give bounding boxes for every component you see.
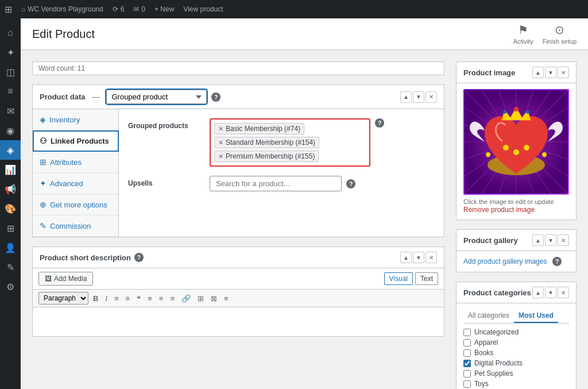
sidebar-icon-pages[interactable]: ≡: [0, 82, 21, 101]
category-digital-products-checkbox[interactable]: [463, 360, 471, 367]
category-pet-supplies-label[interactable]: Pet Supplies: [474, 369, 513, 378]
fullscreen-button[interactable]: ⊠: [208, 293, 219, 304]
activity-button[interactable]: ⚑ Activity: [513, 23, 533, 45]
upsells-search-input[interactable]: [210, 176, 342, 191]
sidebar-icon-dashboard[interactable]: ⌂: [0, 23, 21, 43]
product-data-controls: ▲ ▼ ✕: [400, 91, 437, 103]
add-media-icon: 🖼: [45, 275, 52, 283]
sidebar-icon-plugins[interactable]: ⊞: [0, 218, 21, 238]
category-toys-label[interactable]: Toys: [474, 380, 489, 388]
admin-bar-site-name[interactable]: ⌂ WC Vendors Playground: [21, 5, 103, 13]
product-image-thumbnail[interactable]: [463, 89, 569, 195]
product-type-select[interactable]: Grouped product Simple product Variable …: [106, 90, 207, 104]
unordered-list-button[interactable]: ≡: [123, 293, 133, 304]
tag-basic-membership: ✕ Basic Membership (#74): [214, 123, 304, 134]
tab-attributes[interactable]: ⊞ Attributes: [33, 152, 118, 173]
sidebar-icon-users[interactable]: 👤: [0, 238, 21, 257]
product-image-down[interactable]: ▼: [545, 67, 556, 78]
sidebar-icon-media[interactable]: ◫: [0, 62, 21, 82]
short-description-panel: Product short description ? ▲ ▼ ✕ 🖼 Add …: [32, 247, 444, 337]
tab-advanced[interactable]: ✦ Advanced: [33, 173, 118, 194]
tab-linked-products[interactable]: ⚇ Linked Products: [33, 130, 119, 152]
product-data-label: Product data: [40, 93, 85, 101]
short-desc-collapse-up[interactable]: ▲: [400, 252, 412, 263]
grouped-products-help-icon[interactable]: ?: [375, 118, 384, 128]
italic-button[interactable]: I: [103, 293, 110, 304]
sidebar-icon-marketing[interactable]: 📢: [0, 179, 21, 199]
product-data-collapse-down[interactable]: ▼: [413, 91, 424, 103]
grouped-products-tags[interactable]: ✕ Basic Membership (#74) ✕ Standard Memb…: [210, 118, 370, 167]
paragraph-format-select[interactable]: Paragraph: [38, 292, 88, 305]
cat-tab-most-used[interactable]: Most Used: [514, 309, 558, 323]
category-toys-checkbox[interactable]: [463, 380, 471, 388]
product-data-panel: Product data — Grouped product Simple pr…: [32, 84, 444, 237]
product-data-close[interactable]: ✕: [425, 91, 437, 103]
product-categories-title: Product categories: [463, 288, 531, 297]
sidebar-icon-woo[interactable]: ◉: [0, 121, 21, 140]
add-gallery-images-link[interactable]: Add product gallery images: [463, 257, 547, 265]
admin-bar-comments[interactable]: ✉ 0: [133, 5, 145, 13]
finish-setup-button[interactable]: ⊙ Finish setup: [543, 23, 577, 45]
category-books-checkbox[interactable]: [463, 349, 471, 357]
category-uncategorized-checkbox[interactable]: [463, 329, 471, 336]
add-media-button[interactable]: 🖼 Add Media: [38, 272, 93, 286]
product-gallery-down[interactable]: ▼: [545, 234, 556, 246]
tag-basic-membership-remove[interactable]: ✕: [218, 125, 223, 133]
sidebar-icon-comments[interactable]: ✉: [0, 101, 21, 121]
product-gallery-up[interactable]: ▲: [532, 234, 544, 246]
product-gallery-title: Product gallery: [463, 236, 518, 245]
table-button[interactable]: ⊞: [195, 293, 206, 304]
cat-tab-all[interactable]: All categories: [463, 309, 514, 323]
tab-commission[interactable]: ✎ Commission: [33, 215, 118, 237]
category-apparel-label[interactable]: Apparel: [474, 338, 498, 346]
product-gallery-close[interactable]: ✕: [558, 234, 569, 246]
link-button[interactable]: 🔗: [179, 293, 193, 304]
product-gallery-header: Product gallery ▲ ▼ ✕: [457, 230, 576, 251]
category-apparel-checkbox[interactable]: [463, 339, 471, 346]
product-image-up[interactable]: ▲: [532, 67, 544, 78]
sidebar-icon-settings[interactable]: ⚙: [0, 277, 21, 296]
sidebar-icon-tools[interactable]: ✎: [0, 257, 21, 277]
product-type-help-icon[interactable]: ?: [211, 93, 220, 102]
text-tab-button[interactable]: Text: [415, 272, 438, 285]
gallery-help-icon[interactable]: ?: [552, 257, 562, 266]
category-books-label[interactable]: Books: [474, 349, 493, 357]
product-categories-down[interactable]: ▼: [545, 287, 556, 298]
admin-bar-new[interactable]: + New: [154, 5, 174, 13]
product-data-collapse-up[interactable]: ▲: [400, 91, 412, 103]
sidebar-icon-posts[interactable]: ✦: [0, 43, 21, 62]
short-description-help-icon[interactable]: ?: [134, 253, 144, 262]
product-image-close[interactable]: ✕: [558, 67, 569, 78]
category-uncategorized-label[interactable]: Uncategorized: [474, 328, 519, 336]
sidebar-icon-analytics[interactable]: 📊: [0, 160, 21, 179]
visual-tab-button[interactable]: Visual: [384, 272, 413, 285]
page-header: Edit Product ⚑ Activity ⊙ Finish setup: [21, 18, 588, 50]
remove-product-image-link[interactable]: Remove product image: [463, 206, 535, 214]
tab-inventory[interactable]: ◈ Inventory: [33, 109, 118, 130]
editor-area[interactable]: [33, 307, 444, 336]
bold-button[interactable]: B: [91, 293, 100, 304]
toolbar-toggle-button[interactable]: ≡: [222, 293, 231, 304]
svg-point-31: [513, 149, 519, 155]
upsells-help-icon[interactable]: ?: [346, 179, 355, 188]
product-categories-up[interactable]: ▲: [532, 287, 544, 298]
admin-bar-view-product[interactable]: View product: [183, 5, 223, 13]
align-left-button[interactable]: ≡: [145, 293, 154, 304]
svg-point-30: [524, 145, 529, 151]
category-pet-supplies-checkbox[interactable]: [463, 370, 471, 378]
product-categories-close[interactable]: ✕: [558, 287, 569, 298]
short-desc-collapse-down[interactable]: ▼: [413, 252, 424, 263]
tag-standard-membership-remove[interactable]: ✕: [218, 139, 223, 147]
align-right-button[interactable]: ≡: [168, 293, 177, 304]
align-center-button[interactable]: ≡: [157, 293, 166, 304]
blockquote-button[interactable]: ❝: [134, 293, 143, 304]
tab-get-more-options[interactable]: ⊕ Get more options: [33, 194, 118, 215]
category-digital-products-label[interactable]: Digital Products: [474, 359, 523, 367]
ordered-list-button[interactable]: ≡: [112, 293, 121, 304]
sidebar-icon-products[interactable]: ◈: [0, 140, 21, 160]
admin-bar-updates[interactable]: ⟳ 6: [113, 5, 125, 13]
short-desc-close[interactable]: ✕: [425, 252, 437, 263]
sidebar-icon-appearance[interactable]: 🎨: [0, 199, 21, 218]
tag-premium-membership-remove[interactable]: ✕: [218, 153, 223, 160]
admin-bar-wp-logo[interactable]: ⊞: [5, 4, 12, 15]
